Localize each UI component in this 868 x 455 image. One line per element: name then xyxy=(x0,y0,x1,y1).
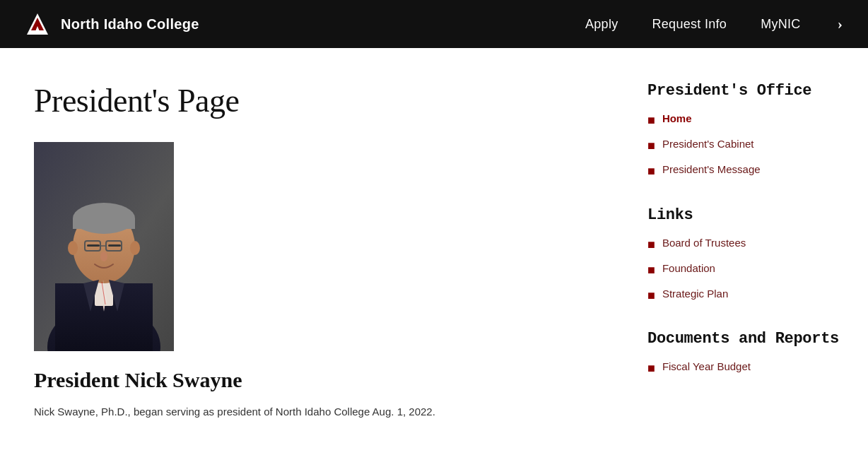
site-logo[interactable]: North Idaho College xyxy=(23,9,199,39)
svg-point-21 xyxy=(100,252,107,261)
svg-point-14 xyxy=(68,241,78,255)
links-list: ■ Board of Trustees ■ Foundation ■ Strat… xyxy=(647,235,845,305)
logo-icon xyxy=(23,9,52,39)
page-title: President's Page xyxy=(34,82,614,119)
page-container: President's Page xyxy=(0,48,868,455)
list-item: ■ President's Message xyxy=(647,162,845,180)
list-item: ■ Fiscal Year Budget xyxy=(647,359,845,377)
sidebar-link-message[interactable]: President's Message xyxy=(662,162,761,177)
list-item: ■ Board of Trustees xyxy=(647,235,845,254)
bullet-icon: ■ xyxy=(647,261,655,279)
president-name: President Nick Swayne xyxy=(34,368,614,392)
documents-list: ■ Fiscal Year Budget xyxy=(647,359,845,377)
sidebar-link-home[interactable]: Home xyxy=(662,111,692,126)
svg-rect-16 xyxy=(87,244,100,247)
svg-rect-13 xyxy=(73,218,135,229)
sidebar-link-strategic-plan[interactable]: Strategic Plan xyxy=(662,286,728,301)
nav-apply[interactable]: Apply xyxy=(585,17,618,32)
presidents-office-list: ■ Home ■ President's Cabinet ■ President… xyxy=(647,111,845,181)
president-photo-svg xyxy=(34,142,174,351)
sidebar-link-board-of-trustees[interactable]: Board of Trustees xyxy=(662,235,746,250)
bullet-icon: ■ xyxy=(647,236,655,254)
site-name: North Idaho College xyxy=(61,16,199,32)
sidebar: President's Office ■ Home ■ President's … xyxy=(647,82,845,421)
list-item: ■ President's Cabinet xyxy=(647,136,845,155)
sidebar-heading-links: Links xyxy=(647,206,845,224)
sidebar-link-cabinet[interactable]: President's Cabinet xyxy=(662,136,754,151)
president-photo xyxy=(34,142,174,351)
sidebar-section-documents: Documents and Reports ■ Fiscal Year Budg… xyxy=(647,330,845,377)
bullet-icon: ■ xyxy=(647,360,655,377)
main-content: President's Page xyxy=(34,82,614,421)
nav-mynic[interactable]: MyNIC xyxy=(761,17,801,32)
svg-point-15 xyxy=(130,241,140,255)
site-header: North Idaho College Apply Request Info M… xyxy=(0,0,868,48)
sidebar-section-links: Links ■ Board of Trustees ■ Foundation ■… xyxy=(647,206,845,305)
sidebar-link-fiscal-budget[interactable]: Fiscal Year Budget xyxy=(662,359,751,374)
sidebar-section-presidents-office: President's Office ■ Home ■ President's … xyxy=(647,82,845,181)
bullet-icon: ■ xyxy=(647,112,655,129)
nav-request-info[interactable]: Request Info xyxy=(652,17,727,32)
sidebar-heading-presidents-office: President's Office xyxy=(647,82,845,100)
sidebar-link-foundation[interactable]: Foundation xyxy=(662,261,715,276)
sidebar-heading-documents: Documents and Reports xyxy=(647,330,845,348)
list-item: ■ Home xyxy=(647,111,845,129)
list-item: ■ Foundation xyxy=(647,261,845,279)
main-nav: Apply Request Info MyNIC › xyxy=(585,15,845,33)
list-item: ■ Strategic Plan xyxy=(647,286,845,305)
bullet-icon: ■ xyxy=(647,287,655,305)
president-bio: Nick Swayne, Ph.D., began serving as pre… xyxy=(34,403,614,420)
svg-rect-17 xyxy=(108,244,121,247)
nav-more-icon[interactable]: › xyxy=(835,15,845,33)
bullet-icon: ■ xyxy=(647,137,655,155)
bullet-icon: ■ xyxy=(647,162,655,180)
